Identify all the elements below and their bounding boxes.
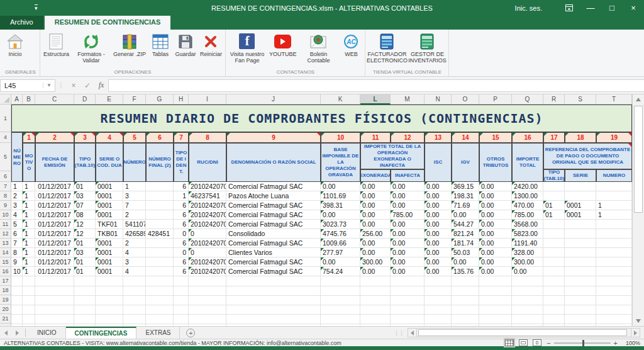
header-cell-K[interactable]: BASE IMPONIBLE DE LA OPERACIÓN GRAVADA: [321, 143, 360, 182]
cell-T10[interactable]: 1: [596, 210, 632, 220]
cell-C13[interactable]: 01/12/2017: [35, 239, 74, 248]
cell-H15[interactable]: 6: [174, 257, 189, 267]
header-cell-G[interactable]: NÚMERO FINAL (2): [146, 143, 174, 182]
row-header-4[interactable]: 4: [0, 132, 11, 143]
formula-input[interactable]: [108, 79, 644, 92]
cell-B10[interactable]: 1: [23, 210, 35, 220]
cell-L7[interactable]: 0.00: [360, 182, 391, 191]
cell-F10[interactable]: 2: [123, 210, 146, 220]
column-number-cell-18[interactable]: 18: [565, 132, 596, 143]
cell-M10[interactable]: 785.00: [391, 210, 425, 220]
row-header-18[interactable]: 18: [0, 286, 11, 295]
cell-S9[interactable]: 0001: [565, 201, 596, 210]
cell-P11[interactable]: 0.00: [479, 220, 512, 229]
name-box[interactable]: L45 ▼: [0, 79, 55, 92]
cell-Q13[interactable]: 1191.40: [512, 239, 543, 248]
column-header-T[interactable]: T: [596, 94, 632, 104]
cell-P9[interactable]: 0.00: [479, 201, 512, 210]
cell-L14[interactable]: 0.00: [360, 248, 391, 257]
cell-J15[interactable]: Comercial Fatmagul SAC: [226, 257, 321, 267]
cell-S10[interactable]: 0001: [565, 210, 596, 220]
cell-D10[interactable]: 08: [74, 210, 96, 220]
column-number-cell-2[interactable]: 2: [35, 132, 74, 143]
cell-L8[interactable]: 0.00: [360, 191, 391, 201]
cell-I12[interactable]: 0: [189, 229, 226, 239]
sheet-nav-right-icon[interactable]: [11, 327, 23, 339]
cell-D15[interactable]: 01: [74, 257, 96, 267]
row-header-14[interactable]: 14: [0, 248, 11, 257]
cell-J9[interactable]: Comercial Fatmagul SAC: [226, 201, 321, 210]
row-header-15[interactable]: 15: [0, 257, 11, 267]
cell-P13[interactable]: 0.00: [479, 239, 512, 248]
row-header-13[interactable]: 13: [0, 239, 11, 248]
cell-N10[interactable]: 0.00: [425, 210, 452, 220]
cell-H13[interactable]: 6: [174, 239, 189, 248]
cell-D7[interactable]: 01: [74, 182, 96, 191]
cell-P10[interactable]: 0.00: [479, 210, 512, 220]
cell-B11[interactable]: 1: [23, 220, 35, 229]
sheet-tab-inicio[interactable]: INICIO: [28, 327, 66, 339]
guardar-button[interactable]: Guardar: [173, 31, 198, 57]
column-header-P[interactable]: P: [479, 94, 512, 104]
cell-M15[interactable]: 0.00: [391, 257, 425, 267]
header-cell-P[interactable]: OTROS TRIBUTOS: [479, 143, 512, 182]
cell-O10[interactable]: 0.00: [452, 210, 479, 220]
sheet-nav-left-icon[interactable]: [0, 327, 11, 339]
cell-N9[interactable]: 0.00: [425, 201, 452, 210]
formatos-validar-button[interactable]: Formatos - Validar: [71, 31, 111, 64]
minimize-button[interactable]: —: [580, 0, 601, 16]
column-number-cell-14[interactable]: 14: [452, 132, 479, 143]
cell-F8[interactable]: 3: [123, 191, 146, 201]
header-cell-O[interactable]: IGV: [452, 143, 479, 182]
column-number-cell-1[interactable]: 1: [23, 132, 35, 143]
cell-E16[interactable]: 0001: [96, 267, 123, 276]
cell-R13[interactable]: [543, 239, 565, 248]
column-header-G[interactable]: G: [146, 94, 174, 104]
cell-K15[interactable]: 0.00: [321, 257, 360, 267]
cell-F13[interactable]: 2: [123, 239, 146, 248]
cell-O16[interactable]: 135.76: [452, 267, 479, 276]
column-number-cell-12[interactable]: 12: [391, 132, 425, 143]
cell-H14[interactable]: 0: [174, 248, 189, 257]
header-cell-H[interactable]: TIPO DE IDENT.: [174, 143, 189, 182]
cell-T16[interactable]: [596, 267, 632, 276]
column-header-C[interactable]: C: [35, 94, 74, 104]
cell-C12[interactable]: 01/12/2017: [35, 229, 74, 239]
row-header-19[interactable]: 19: [0, 295, 11, 305]
cell-B13[interactable]: 1: [23, 239, 35, 248]
cell-D13[interactable]: 01: [74, 239, 96, 248]
header-cell-Q[interactable]: IMPORTE TOTAL: [512, 143, 543, 182]
cell-H16[interactable]: 6: [174, 267, 189, 276]
cell-D14[interactable]: 03: [74, 248, 96, 257]
cell-G16[interactable]: [146, 267, 174, 276]
cell-I7[interactable]: 20102420706: [189, 182, 226, 191]
cell-O14[interactable]: 50.03: [452, 248, 479, 257]
cell-F12[interactable]: 426589: [123, 229, 146, 239]
vertical-scroll-thumb[interactable]: [634, 106, 643, 213]
cell-P7[interactable]: 0.00: [479, 182, 512, 191]
name-box-dropdown-icon[interactable]: ▼: [43, 82, 55, 88]
column-number-cell-16[interactable]: 16: [512, 132, 543, 143]
cell-C11[interactable]: 01/12/2017: [35, 220, 74, 229]
cell-K10[interactable]: 0.00: [321, 210, 360, 220]
cell-F15[interactable]: 3: [123, 257, 146, 267]
cell-H9[interactable]: 6: [174, 201, 189, 210]
cell-O9[interactable]: 71.69: [452, 201, 479, 210]
column-number-cell-3[interactable]: 3: [74, 132, 96, 143]
row-header-6[interactable]: 6: [0, 171, 11, 182]
cell-K16[interactable]: 754.24: [321, 267, 360, 276]
cell-N16[interactable]: 0.00: [425, 267, 452, 276]
cell-A12[interactable]: 6: [11, 229, 23, 239]
cell-A16[interactable]: 10: [11, 267, 23, 276]
close-button[interactable]: ×: [623, 0, 644, 16]
cell-C7[interactable]: 01/12/2017: [35, 182, 74, 191]
cell-D8[interactable]: 03: [74, 191, 96, 201]
cell-J12[interactable]: Consolidado: [226, 229, 321, 239]
cell-A14[interactable]: 8: [11, 248, 23, 257]
cell-I13[interactable]: 20102420706: [189, 239, 226, 248]
column-number-cell-13[interactable]: 13: [425, 132, 452, 143]
column-number-cell-6[interactable]: 6: [146, 132, 174, 143]
cell-O13[interactable]: 181.74: [452, 239, 479, 248]
header-cell-E[interactable]: SERIE O COD. DUA: [96, 143, 123, 182]
column-number-cell-5[interactable]: 5: [123, 132, 146, 143]
